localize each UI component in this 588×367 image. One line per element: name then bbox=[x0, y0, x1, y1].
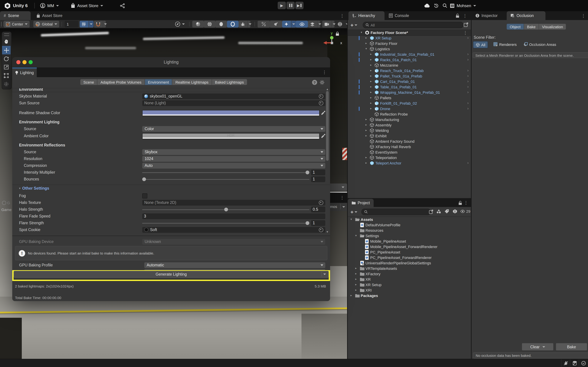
hierarchy-search-input[interactable]: All bbox=[363, 22, 463, 28]
shading-mode-shaded[interactable] bbox=[192, 21, 204, 27]
snap-settings-button[interactable] bbox=[94, 21, 106, 27]
user-menu[interactable]: Mohsen bbox=[450, 0, 476, 11]
expander-closed-icon[interactable]: ▸ bbox=[370, 58, 372, 61]
expander-closed-icon[interactable]: ▸ bbox=[370, 69, 372, 72]
visible-packages-count[interactable]: 29 bbox=[460, 209, 470, 213]
tab-occlusion[interactable]: Occlusion bbox=[507, 11, 545, 20]
flare-strength-slider[interactable] bbox=[142, 220, 309, 226]
hierarchy-item-cart-01a-prefab-01[interactable]: ▸Cart_01a_Prefab_01› bbox=[348, 79, 472, 84]
hierarchy-item-mezzanine[interactable]: ▸Mezzanine bbox=[348, 63, 472, 68]
hierarchy-item-eventsystem[interactable]: EventSystem bbox=[348, 150, 472, 155]
shading-mode-active[interactable] bbox=[227, 21, 239, 27]
debugger-disabled-icon[interactable] bbox=[561, 359, 570, 367]
lighting-tab[interactable]: Lighting bbox=[12, 68, 37, 77]
move-tool[interactable] bbox=[2, 46, 10, 54]
tool-handle-rotation-button[interactable]: Global bbox=[33, 21, 59, 27]
expander-closed-icon[interactable]: ▸ bbox=[355, 272, 357, 275]
env-lighting-source-dropdown[interactable]: Color bbox=[142, 126, 325, 132]
expander-closed-icon[interactable]: ▸ bbox=[370, 74, 372, 77]
prefab-open-chevron[interactable]: › bbox=[467, 161, 468, 165]
shading-mode-unlit[interactable] bbox=[215, 21, 227, 27]
pause-button[interactable] bbox=[286, 2, 295, 9]
add-object-button[interactable]: + bbox=[350, 22, 357, 28]
bake-button[interactable]: Bake bbox=[556, 343, 587, 351]
prefab-open-chevron[interactable]: › bbox=[467, 106, 468, 110]
lighting-titlebar[interactable]: Lighting bbox=[12, 57, 330, 68]
object-picker-icon[interactable] bbox=[319, 101, 323, 105]
expander-open-icon[interactable]: ▾ bbox=[350, 217, 352, 221]
palette-drag-handle[interactable] bbox=[4, 33, 9, 36]
tab-console[interactable]: Console bbox=[385, 11, 413, 20]
snap-dropdown[interactable] bbox=[103, 21, 108, 27]
zoom-button[interactable] bbox=[29, 60, 33, 64]
hierarchy-item-welding[interactable]: ▸Welding bbox=[348, 128, 472, 133]
tab-asset-store[interactable]: Asset Store bbox=[33, 11, 66, 20]
hierarchy-item-table-01a-prefab-01[interactable]: ▸Table_01a_Prefab_01› bbox=[348, 84, 472, 90]
object-picker-icon[interactable] bbox=[319, 227, 323, 232]
project-item-defaultvolumeprofile[interactable]: DefaultVolumeProfile bbox=[348, 222, 472, 228]
hidden-packages-icon[interactable] bbox=[453, 209, 457, 214]
project-item-pc-pipelineasset[interactable]: PC_PipelineAsset bbox=[348, 250, 472, 255]
eyedropper-icon[interactable] bbox=[321, 110, 325, 115]
history-icon[interactable] bbox=[433, 0, 439, 11]
project-item-packages[interactable]: ▸Packages bbox=[348, 293, 472, 298]
expander-closed-icon[interactable]: ▸ bbox=[365, 117, 367, 121]
eyedropper-icon[interactable] bbox=[321, 133, 325, 138]
hierarchy-item-manufacturing[interactable]: ▸Manufacturing bbox=[348, 117, 472, 122]
gpu-profile-dropdown[interactable]: Automatic bbox=[144, 262, 325, 268]
close-button[interactable] bbox=[16, 60, 20, 64]
expander-closed-icon[interactable]: ▸ bbox=[365, 42, 367, 45]
filter-all-button[interactable]: All bbox=[473, 41, 488, 48]
open-search-button[interactable] bbox=[429, 209, 433, 214]
expander-closed-icon[interactable]: ▸ bbox=[365, 128, 367, 132]
hierarchy-item-industrial-scale-01a-prefab-01[interactable]: ▸Industrial_Scale_01a_Prefab_01› bbox=[348, 52, 472, 57]
expander-closed-icon[interactable]: ▸ bbox=[370, 107, 372, 110]
hierarchy-item-teleport-anchor[interactable]: ▸Teleport Anchor› bbox=[348, 160, 472, 166]
halo-texture-field[interactable]: None (Texture 2D) bbox=[142, 200, 325, 205]
hierarchy-item-teleportation[interactable]: ▸Teleportation bbox=[348, 155, 472, 160]
prefab-open-chevron[interactable]: › bbox=[467, 74, 468, 78]
grid-snapping-toggle[interactable]: Y bbox=[80, 21, 92, 27]
effects-toggle-button[interactable] bbox=[282, 21, 294, 27]
project-item-pc-pipelineasset-forwardrenderer[interactable]: PC_PipelineAsset_ForwardRenderer bbox=[348, 255, 472, 260]
hierarchy-item-forklift-01-prefab-02[interactable]: ▸Forklift_01_Prefab_02› bbox=[348, 100, 472, 106]
expander-closed-icon[interactable]: ▸ bbox=[370, 80, 372, 83]
flare-fade-speed-field[interactable]: 3 bbox=[142, 213, 325, 219]
occlusion-tab-bake[interactable]: Bake bbox=[524, 24, 539, 30]
play-button[interactable]: ▶ bbox=[278, 2, 286, 9]
tab-hierarchy[interactable]: Hierarchy bbox=[348, 11, 385, 20]
expander-closed-icon[interactable]: ▸ bbox=[370, 52, 372, 56]
gizmo-lock-icon[interactable] bbox=[336, 32, 339, 36]
lighting-window-menu[interactable]: ⋮ bbox=[322, 70, 327, 75]
expander-closed-icon[interactable]: ▸ bbox=[350, 294, 352, 297]
expander-closed-icon[interactable]: ▸ bbox=[355, 283, 357, 286]
project-panel-menu[interactable]: ⋮ bbox=[464, 200, 468, 205]
project-item-resources[interactable]: Resources bbox=[348, 228, 472, 233]
occlusion-tab-visualization[interactable]: Visualization bbox=[539, 24, 566, 30]
tool-handle-pivot-button[interactable]: Center bbox=[4, 21, 30, 27]
hierarchy-item-reach-truck-01a-prefab[interactable]: ▸Reach_Truck_01a_Prefab› bbox=[348, 68, 472, 73]
shadow-color-swatch[interactable] bbox=[142, 110, 320, 116]
filter-renderers-button[interactable]: Renderers bbox=[493, 41, 517, 48]
expander-closed-icon[interactable]: ▸ bbox=[370, 96, 372, 99]
other-settings-header[interactable]: ▾Other Settings bbox=[12, 185, 330, 192]
hierarchy-item-exhibit[interactable]: ▸Exhibit bbox=[348, 133, 472, 139]
expander-closed-icon[interactable]: ▸ bbox=[370, 85, 372, 88]
pick-scene-button[interactable] bbox=[463, 22, 468, 27]
orientation-gizmo[interactable]: y x bbox=[319, 30, 346, 51]
project-item-xri[interactable]: ▸XRI bbox=[348, 287, 472, 293]
hierarchy-panel-menu[interactable]: ⋮ bbox=[461, 11, 468, 20]
step-button[interactable]: ▶ bbox=[295, 2, 303, 9]
audio-mute-button[interactable] bbox=[270, 21, 282, 27]
bounces-value-field[interactable]: 1 bbox=[311, 176, 325, 182]
hierarchy-item-xfactory-hall-reverb[interactable]: XFactory Hall Reverb bbox=[348, 144, 472, 150]
tab-scene[interactable]: #Scene bbox=[0, 11, 31, 20]
expander-closed-icon[interactable]: ▸ bbox=[365, 123, 367, 126]
resolution-dropdown[interactable]: 1024 bbox=[142, 156, 325, 162]
grid-snap-dropdown[interactable] bbox=[88, 21, 94, 27]
hierarchy-item-logistics[interactable]: ▾Logistics bbox=[348, 46, 472, 52]
project-item-mobile-pipelineasset-forwardrenderer[interactable]: Mobile_PipelineAsset_ForwardRenderer bbox=[348, 244, 472, 250]
layers-dropdown[interactable] bbox=[317, 21, 322, 27]
scene-panel-menu[interactable]: ⋮ bbox=[338, 11, 346, 20]
prefab-open-chevron[interactable]: › bbox=[467, 101, 468, 105]
